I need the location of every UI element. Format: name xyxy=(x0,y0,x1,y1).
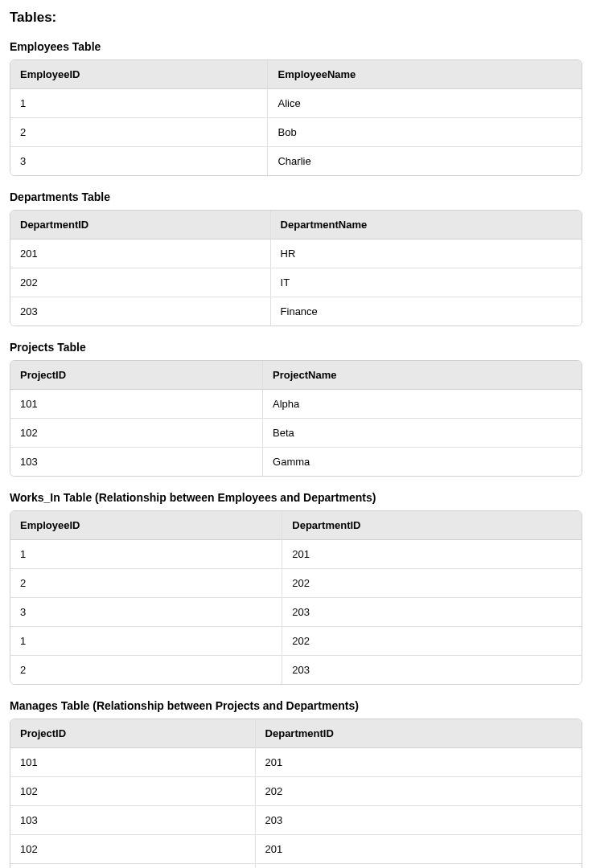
table-cell: 3 xyxy=(10,147,268,175)
table-title: Employees Table xyxy=(10,40,582,53)
table-title: Projects Table xyxy=(10,341,582,354)
table-section: Works_In Table (Relationship between Emp… xyxy=(10,491,582,685)
table-cell: Charlie xyxy=(268,147,582,175)
column-header: DepartmentID xyxy=(282,511,582,540)
table-cell: 203 xyxy=(282,656,582,684)
column-header: ProjectID xyxy=(10,719,256,748)
table-row: 202IT xyxy=(10,268,582,297)
table-cell: 201 xyxy=(256,835,582,864)
table-cell: 1 xyxy=(10,627,282,656)
table-cell: 102 xyxy=(10,835,256,864)
table-row: 2Bob xyxy=(10,118,582,147)
table-cell: 103 xyxy=(10,806,256,835)
tables-container: Employees TableEmployeeIDEmployeeName1Al… xyxy=(10,40,582,868)
table-section: Manages Table (Relationship between Proj… xyxy=(10,699,582,868)
table-header-row: ProjectIDDepartmentID xyxy=(10,719,582,748)
table-row: 3203 xyxy=(10,598,582,627)
table-cell: 201 xyxy=(256,748,582,777)
table-title: Departments Table xyxy=(10,190,582,203)
page-title: Tables: xyxy=(10,10,582,26)
table-row: 1201 xyxy=(10,540,582,569)
table-header-row: ProjectIDProjectName xyxy=(10,361,582,390)
table-row: 103Gamma xyxy=(10,448,582,476)
table-cell: IT xyxy=(271,268,582,297)
table-header-row: DepartmentIDDepartmentName xyxy=(10,211,582,240)
data-table: DepartmentIDDepartmentName201HR202IT203F… xyxy=(10,210,582,326)
table-cell: Gamma xyxy=(263,448,582,476)
table-section: Employees TableEmployeeIDEmployeeName1Al… xyxy=(10,40,582,176)
table-cell: 203 xyxy=(256,806,582,835)
data-table: ProjectIDProjectName101Alpha102Beta103Ga… xyxy=(10,360,582,477)
table-row: 201HR xyxy=(10,240,582,268)
column-header: EmployeeID xyxy=(10,511,282,540)
column-header: ProjectName xyxy=(263,361,582,390)
table-cell: Alpha xyxy=(263,390,582,419)
column-header: DepartmentName xyxy=(271,211,582,240)
table-cell: 1 xyxy=(10,89,268,118)
table-row: 101203 xyxy=(10,864,582,868)
table-row: 1202 xyxy=(10,627,582,656)
table-row: 101201 xyxy=(10,748,582,777)
table-cell: 201 xyxy=(10,240,271,268)
column-header: EmployeeID xyxy=(10,60,268,89)
table-cell: 203 xyxy=(282,598,582,627)
table-cell: 2 xyxy=(10,118,268,147)
table-cell: 202 xyxy=(282,569,582,598)
table-cell: Alice xyxy=(268,89,582,118)
table-cell: 203 xyxy=(256,864,582,868)
table-cell: 101 xyxy=(10,390,263,419)
table-cell: 203 xyxy=(10,297,271,326)
table-section: Projects TableProjectIDProjectName101Alp… xyxy=(10,341,582,477)
table-cell: 101 xyxy=(10,748,256,777)
table-cell: Finance xyxy=(271,297,582,326)
table-header-row: EmployeeIDDepartmentID xyxy=(10,511,582,540)
table-row: 102201 xyxy=(10,835,582,864)
table-row: 101Alpha xyxy=(10,390,582,419)
table-row: 102202 xyxy=(10,777,582,806)
table-cell: 2 xyxy=(10,656,282,684)
table-row: 2203 xyxy=(10,656,582,684)
table-cell: Beta xyxy=(263,419,582,448)
table-row: 2202 xyxy=(10,569,582,598)
table-cell: Bob xyxy=(268,118,582,147)
column-header: ProjectID xyxy=(10,361,263,390)
column-header: DepartmentID xyxy=(256,719,582,748)
table-row: 1Alice xyxy=(10,89,582,118)
table-cell: 102 xyxy=(10,419,263,448)
table-title: Works_In Table (Relationship between Emp… xyxy=(10,491,582,504)
data-table: ProjectIDDepartmentID1012011022021032031… xyxy=(10,719,582,868)
table-title: Manages Table (Relationship between Proj… xyxy=(10,699,582,712)
table-cell: 102 xyxy=(10,777,256,806)
table-cell: HR xyxy=(271,240,582,268)
table-row: 102Beta xyxy=(10,419,582,448)
table-cell: 202 xyxy=(10,268,271,297)
data-table: EmployeeIDEmployeeName1Alice2Bob3Charlie xyxy=(10,59,582,176)
table-cell: 1 xyxy=(10,540,282,569)
table-row: 3Charlie xyxy=(10,147,582,175)
column-header: DepartmentID xyxy=(10,211,271,240)
column-header: EmployeeName xyxy=(268,60,582,89)
table-cell: 103 xyxy=(10,448,263,476)
table-cell: 201 xyxy=(282,540,582,569)
table-row: 203Finance xyxy=(10,297,582,326)
table-cell: 202 xyxy=(282,627,582,656)
table-header-row: EmployeeIDEmployeeName xyxy=(10,60,582,89)
table-cell: 2 xyxy=(10,569,282,598)
data-table: EmployeeIDDepartmentID120122023203120222… xyxy=(10,510,582,685)
table-cell: 3 xyxy=(10,598,282,627)
table-row: 103203 xyxy=(10,806,582,835)
table-section: Departments TableDepartmentIDDepartmentN… xyxy=(10,190,582,326)
table-cell: 202 xyxy=(256,777,582,806)
table-cell: 101 xyxy=(10,864,256,868)
